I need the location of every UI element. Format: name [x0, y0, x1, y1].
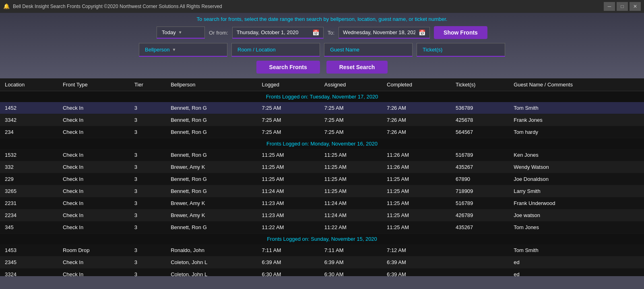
cell-tier: 3: [130, 209, 166, 221]
reset-search-button[interactable]: Reset Search: [326, 61, 388, 74]
cell-location: 1453: [0, 244, 58, 256]
table-row[interactable]: 3324Check In3Coleton, John L6:30 AM6:30 …: [0, 269, 644, 277]
cell-tier: 3: [130, 256, 166, 269]
bellperson-arrow-icon: ▼: [172, 47, 176, 52]
cell-completed: 6:39 AM: [382, 256, 451, 269]
bellperson-dropdown[interactable]: Bellperson ▼: [139, 43, 227, 57]
cell-tickets: [451, 269, 509, 277]
cell-assigned: 11:24 AM: [320, 197, 382, 209]
table-row[interactable]: 1453Room Drop3Ronaldo, John7:11 AM7:11 A…: [0, 244, 644, 256]
from-date-wrap: 📅: [232, 27, 324, 39]
cell-frontType: Check In: [58, 102, 130, 114]
today-label: Today: [162, 29, 176, 35]
dropdown-arrow-icon: ▼: [178, 30, 182, 35]
cell-logged: 7:25 AM: [257, 102, 320, 114]
to-calendar-icon[interactable]: 📅: [419, 29, 425, 36]
cell-bellperson: Ronaldo, John: [166, 244, 257, 256]
guest-name-input[interactable]: [324, 43, 413, 57]
cell-completed: 11:25 AM: [382, 185, 451, 197]
table-row[interactable]: 1532Check In3Bennett, Ron G11:25 AM11:25…: [0, 149, 644, 161]
cell-bellperson: Bennett, Ron G: [166, 102, 257, 114]
cell-tickets: [451, 256, 509, 269]
cell-assigned: 6:30 AM: [320, 269, 382, 277]
cell-location: 332: [0, 161, 58, 173]
cell-guestName: Tom hardy: [509, 126, 644, 138]
cell-frontType: Check In: [58, 126, 130, 138]
close-button[interactable]: ✕: [630, 2, 641, 11]
table-row[interactable]: 234Check In3Bennett, Ron G7:25 AM7:25 AM…: [0, 126, 644, 138]
from-date-input[interactable]: [237, 29, 309, 35]
table-row[interactable]: 3342Check In3Bennett, Ron G7:25 AM7:25 A…: [0, 114, 644, 126]
tickets-input[interactable]: [417, 43, 505, 57]
cell-logged: 7:25 AM: [257, 126, 320, 138]
cell-assigned: 7:11 AM: [320, 244, 382, 256]
col-logged: Logged: [257, 78, 320, 91]
cell-bellperson: Bennett, Ron G: [166, 221, 257, 234]
maximize-button[interactable]: □: [617, 2, 628, 11]
cell-guestName: Tom Smith: [509, 102, 644, 114]
cell-tier: 3: [130, 102, 166, 114]
minimize-button[interactable]: ─: [604, 2, 615, 11]
table-row[interactable]: 2231Check In3Brewer, Amy K11:23 AM11:24 …: [0, 197, 644, 209]
cell-bellperson: Coleton, John L: [166, 269, 257, 277]
cell-tickets: 516789: [451, 149, 509, 161]
cell-tickets: 564567: [451, 126, 509, 138]
cell-guestName: Wendy Watson: [509, 161, 644, 173]
cell-bellperson: Bennett, Ron G: [166, 185, 257, 197]
cell-completed: 7:26 AM: [382, 126, 451, 138]
cell-tickets: 516789: [451, 197, 509, 209]
cell-tickets: 425678: [451, 114, 509, 126]
table-row[interactable]: 229Check In3Bennett, Ron G11:25 AM11:25 …: [0, 173, 644, 185]
bellperson-label: Bellperson: [145, 47, 169, 53]
cell-completed: 11:26 AM: [382, 161, 451, 173]
table-row[interactable]: 332Check In3Brewer, Amy K11:25 AM11:25 A…: [0, 161, 644, 173]
cell-assigned: 11:22 AM: [320, 221, 382, 234]
table-row[interactable]: 345Check In3Bennett, Ron G11:22 AM11:22 …: [0, 221, 644, 234]
table-row[interactable]: 3265Check In3Bennett, Ron G11:24 AM11:25…: [0, 185, 644, 197]
cell-bellperson: Bennett, Ron G: [166, 114, 257, 126]
cell-tier: 3: [130, 269, 166, 277]
cell-guestName: Tom Jones: [509, 221, 644, 234]
table-row[interactable]: 1452Check In3Bennett, Ron G7:25 AM7:25 A…: [0, 102, 644, 114]
col-guest-name: Guest Name / Comments: [509, 78, 644, 91]
cell-tier: 3: [130, 126, 166, 138]
cell-tier: 3: [130, 244, 166, 256]
today-dropdown[interactable]: Today ▼: [157, 27, 205, 39]
cell-tier: 3: [130, 221, 166, 234]
cell-location: 1532: [0, 149, 58, 161]
cell-tier: 3: [130, 173, 166, 185]
cell-logged: 7:11 AM: [257, 244, 320, 256]
show-fronts-button[interactable]: Show Fronts: [434, 26, 487, 39]
cell-guestName: Larry Smith: [509, 185, 644, 197]
cell-frontType: Check In: [58, 114, 130, 126]
table-row[interactable]: 2345Check In3Coleton, John L6:39 AM6:39 …: [0, 256, 644, 269]
cell-frontType: Check In: [58, 221, 130, 234]
cell-frontType: Check In: [58, 209, 130, 221]
cell-tickets: 67890: [451, 173, 509, 185]
cell-assigned: 6:39 AM: [320, 256, 382, 269]
cell-frontType: Check In: [58, 161, 130, 173]
table-row[interactable]: 2234Check In3Brewer, Amy K11:23 AM11:24 …: [0, 209, 644, 221]
search-fronts-button[interactable]: Search Fronts: [256, 61, 320, 74]
to-date-input[interactable]: [343, 29, 415, 35]
col-location: Location: [0, 78, 58, 91]
cell-logged: 11:23 AM: [257, 197, 320, 209]
filter-controls-row: Bellperson ▼: [8, 43, 636, 57]
cell-frontType: Check In: [58, 197, 130, 209]
cell-location: 2231: [0, 197, 58, 209]
action-buttons-row: Search Fronts Reset Search: [8, 61, 636, 74]
col-front-type: Front Type: [58, 78, 130, 91]
cell-completed: 11:25 AM: [382, 221, 451, 234]
col-tickets: Ticket(s): [451, 78, 509, 91]
cell-location: 3265: [0, 185, 58, 197]
from-calendar-icon[interactable]: 📅: [312, 29, 319, 36]
col-tier: Tier: [130, 78, 166, 91]
cell-frontType: Check In: [58, 149, 130, 161]
header-area: To search for fronts, select the date ra…: [0, 13, 644, 78]
table-area: Location Front Type Tier Bellperson Logg…: [0, 78, 644, 276]
table-header-row: Location Front Type Tier Bellperson Logg…: [0, 78, 644, 91]
cell-bellperson: Brewer, Amy K: [166, 209, 257, 221]
room-location-input[interactable]: [231, 43, 320, 57]
title-bar: 🔔 Bell Desk Insight Search Fronts Copyri…: [0, 0, 644, 13]
cell-guestName: Joe Donaldson: [509, 173, 644, 185]
